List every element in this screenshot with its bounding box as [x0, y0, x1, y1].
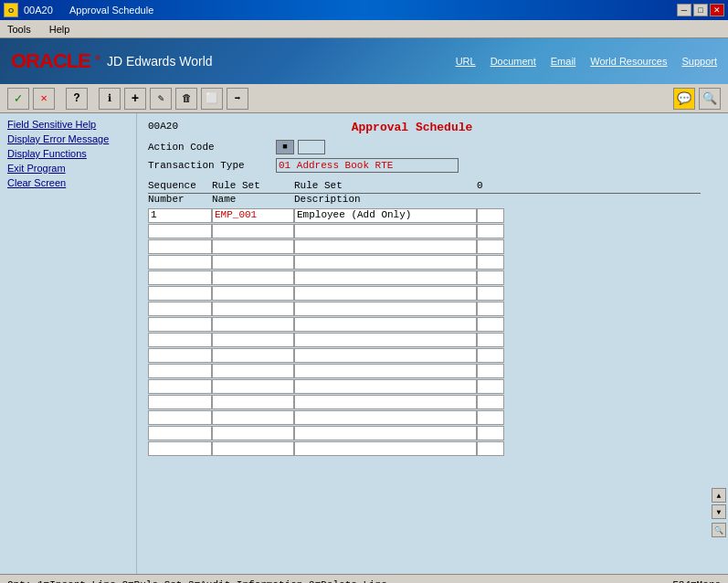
seq-cell[interactable] [148, 224, 212, 238]
rule-set-name-cell[interactable] [212, 255, 294, 270]
nav-url[interactable]: URL [456, 56, 476, 67]
opt-cell[interactable] [477, 395, 504, 409]
rule-set-desc-cell[interactable] [294, 364, 477, 378]
opt-cell[interactable] [477, 270, 504, 285]
seq-cell[interactable] [148, 286, 212, 301]
opt-cell[interactable] [477, 286, 504, 301]
col3-header: Rule Set [294, 180, 477, 191]
chat-button[interactable]: 💬 [673, 88, 695, 110]
seq-cell[interactable] [148, 441, 212, 456]
rule-set-name-cell[interactable] [212, 286, 294, 301]
form-header: 00A20 Approval Schedule [148, 121, 701, 134]
opt-cell[interactable] [477, 441, 504, 456]
maximize-button[interactable]: □ [693, 4, 708, 16]
seq-cell[interactable] [148, 239, 212, 254]
info-button[interactable]: ℹ [99, 88, 121, 110]
rule-set-name-cell[interactable] [212, 379, 294, 394]
close-button[interactable]: ✕ [710, 4, 724, 16]
rule-set-desc-cell[interactable] [294, 302, 477, 316]
seq-cell[interactable]: 1 [148, 208, 212, 223]
opt-cell[interactable] [477, 426, 504, 440]
rule-set-name-cell[interactable] [212, 239, 294, 254]
rule-set-desc-cell[interactable]: Employee (Add Only) [294, 208, 477, 223]
seq-cell[interactable] [148, 333, 212, 347]
cancel-button[interactable]: ✕ [33, 88, 55, 110]
opt-cell[interactable] [477, 302, 504, 316]
seq-cell[interactable] [148, 426, 212, 440]
rule-set-desc-cell[interactable] [294, 270, 477, 285]
sidebar-clear-screen[interactable]: Clear Screen [7, 175, 129, 190]
seq-cell[interactable] [148, 364, 212, 378]
rule-set-name-cell[interactable] [212, 426, 294, 440]
seq-cell[interactable] [148, 348, 212, 363]
opt-cell[interactable] [477, 224, 504, 238]
nav-support[interactable]: Support [681, 56, 717, 67]
nav-links: URL Document Email World Resources Suppo… [456, 56, 717, 67]
opt-cell[interactable] [477, 239, 504, 254]
delete-button[interactable]: 🗑 [175, 88, 197, 110]
menu-help[interactable]: Help [46, 22, 74, 37]
seq-cell[interactable] [148, 255, 212, 270]
rule-set-name-cell[interactable] [212, 224, 294, 238]
rule-set-name-cell[interactable] [212, 348, 294, 363]
rule-set-desc-cell[interactable] [294, 286, 477, 301]
rule-set-name-cell[interactable] [212, 333, 294, 347]
rule-set-desc-cell[interactable] [294, 426, 477, 440]
action-code-input[interactable] [298, 140, 325, 154]
rule-set-desc-cell[interactable] [294, 239, 477, 254]
sidebar-exit[interactable]: Exit Program [7, 161, 129, 175]
rule-set-name-cell[interactable] [212, 302, 294, 316]
opt-cell[interactable] [477, 317, 504, 332]
rule-set-desc-cell[interactable] [294, 379, 477, 394]
rule-set-name-cell[interactable] [212, 410, 294, 425]
nav-email[interactable]: Email [551, 56, 576, 67]
rule-set-desc-cell[interactable] [294, 410, 477, 425]
minimize-button[interactable]: ─ [677, 4, 691, 16]
opt-cell[interactable] [477, 255, 504, 270]
seq-cell[interactable] [148, 395, 212, 409]
edit-button[interactable]: ✎ [150, 88, 172, 110]
rule-set-desc-cell[interactable] [294, 255, 477, 270]
opt-cell[interactable] [477, 379, 504, 394]
rule-set-name-cell[interactable] [212, 441, 294, 456]
search-button[interactable]: 🔍 [699, 88, 721, 110]
scroll-up-button[interactable]: ▲ [712, 488, 726, 503]
sidebar-display-functions[interactable]: Display Functions [7, 146, 129, 161]
opt-cell[interactable] [477, 348, 504, 363]
add-button[interactable]: + [124, 88, 146, 110]
rule-set-desc-cell[interactable] [294, 441, 477, 456]
rule-set-desc-cell[interactable] [294, 395, 477, 409]
rule-set-name-cell[interactable] [212, 364, 294, 378]
seq-cell[interactable] [148, 270, 212, 285]
seq-cell[interactable] [148, 302, 212, 316]
nav-document[interactable]: Document [491, 56, 536, 67]
paste-button[interactable]: ➡ [227, 88, 248, 110]
opt-cell[interactable] [477, 208, 504, 223]
rule-set-name-cell[interactable] [212, 395, 294, 409]
table-row [148, 364, 701, 378]
rule-set-desc-cell[interactable] [294, 348, 477, 363]
opt-cell[interactable] [477, 364, 504, 378]
rule-set-name-cell[interactable] [212, 317, 294, 332]
rule-set-desc-cell[interactable] [294, 317, 477, 332]
opt-cell[interactable] [477, 410, 504, 425]
zoom-icon[interactable]: 🔍 [712, 523, 726, 537]
sidebar-display-error[interactable]: Display Error Message [7, 132, 129, 146]
scroll-down-button[interactable]: ▼ [712, 504, 726, 519]
rule-set-name-cell[interactable]: EMP_001 [212, 208, 294, 223]
seq-cell[interactable] [148, 379, 212, 394]
menu-tools[interactable]: Tools [4, 22, 35, 37]
check-button[interactable]: ✓ [7, 88, 29, 110]
copy-button[interactable]: ⬜ [201, 88, 223, 110]
help-button[interactable]: ? [66, 88, 88, 110]
rule-set-name-cell[interactable] [212, 270, 294, 285]
seq-cell[interactable] [148, 410, 212, 425]
rule-set-desc-cell[interactable] [294, 224, 477, 238]
opt-cell[interactable] [477, 333, 504, 347]
transaction-type-input[interactable] [276, 158, 459, 173]
rule-set-desc-cell[interactable] [294, 333, 477, 347]
sidebar-field-help[interactable]: Field Sensitive Help [7, 117, 129, 132]
col4-subheader [477, 194, 504, 205]
nav-world-resources[interactable]: World Resources [590, 56, 667, 67]
seq-cell[interactable] [148, 317, 212, 332]
